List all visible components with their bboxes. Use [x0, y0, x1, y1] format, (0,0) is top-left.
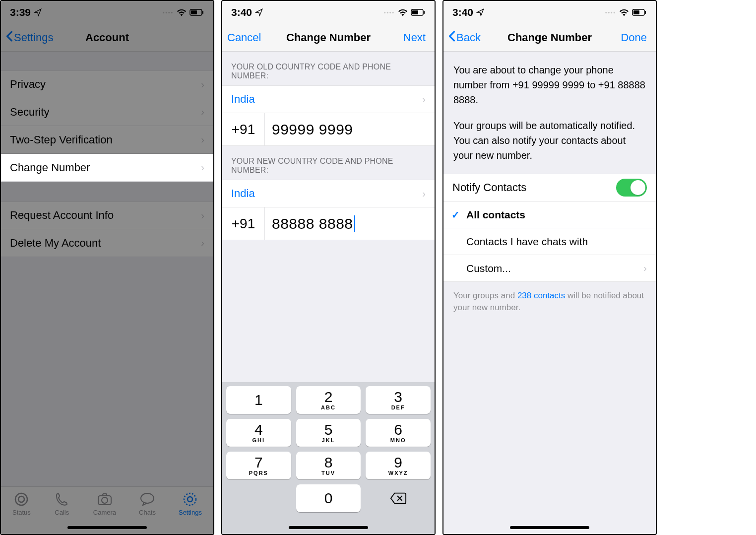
keypad-key-2[interactable]: 2ABC: [296, 386, 361, 414]
screen-account: 3:39 •••• Settings Account Privacy: [0, 0, 214, 535]
keypad-key-9[interactable]: 9WXYZ: [366, 452, 431, 479]
country-label: India: [231, 93, 255, 106]
old-section-header: YOUR OLD COUNTRY CODE AND PHONE NUMBER:: [222, 52, 435, 85]
wifi-icon: [619, 8, 629, 16]
option-custom[interactable]: Custom... ›: [443, 255, 656, 282]
battery-icon: [632, 9, 647, 16]
chevron-right-icon: ›: [201, 134, 204, 145]
status-bar: 3:40 ••••: [443, 1, 656, 24]
confirm-info: You are about to change your phone numbe…: [443, 52, 656, 174]
page-title: Account: [85, 31, 129, 44]
svg-rect-14: [633, 10, 639, 14]
keypad-key-6[interactable]: 6MNO: [366, 419, 431, 447]
chevron-right-icon: ›: [201, 162, 204, 173]
row-twostep[interactable]: Two-Step Verification ›: [1, 126, 213, 154]
svg-rect-15: [645, 11, 646, 14]
back-button[interactable]: Settings: [6, 24, 54, 51]
backspace-icon: [390, 492, 407, 505]
content-area: You are about to change your phone numbe…: [443, 52, 656, 534]
check-icon: ✓: [451, 209, 460, 221]
contacts-count-link[interactable]: 238 contacts: [517, 291, 565, 300]
wifi-icon: [398, 8, 408, 16]
row-label: Privacy: [10, 78, 46, 91]
tab-label: Camera: [93, 509, 116, 516]
tab-label: Chats: [139, 509, 156, 516]
svg-rect-1: [191, 10, 197, 14]
wifi-icon: [177, 8, 187, 16]
row-label: Request Account Info: [10, 209, 114, 222]
chevron-right-icon: ›: [422, 188, 426, 200]
back-button[interactable]: Back: [448, 24, 481, 51]
svg-rect-2: [202, 11, 203, 14]
new-country-row[interactable]: India ›: [222, 180, 435, 207]
tab-settings[interactable]: Settings: [179, 491, 202, 516]
row-delete-account[interactable]: Delete My Account ›: [1, 229, 213, 257]
notify-toggle[interactable]: [616, 179, 647, 197]
signal-dots: ••••: [163, 10, 174, 15]
keypad-key-7[interactable]: 7PQRS: [226, 452, 291, 479]
old-country-code-input[interactable]: +91: [222, 113, 265, 145]
keypad-key-0[interactable]: 0: [296, 484, 361, 512]
row-change-number[interactable]: Change Number ›: [1, 154, 213, 182]
keypad-blank: [226, 484, 291, 512]
new-number-input[interactable]: 88888 8888: [265, 215, 435, 232]
calls-icon: [54, 491, 70, 508]
battery-icon: [189, 9, 204, 16]
new-number-row: +91 88888 8888: [222, 207, 435, 240]
content-area: YOUR OLD COUNTRY CODE AND PHONE NUMBER: …: [222, 52, 435, 534]
chevron-right-icon: ›: [201, 210, 204, 221]
tab-calls[interactable]: Calls: [54, 491, 70, 516]
home-indicator[interactable]: [510, 526, 589, 529]
keypad-key-5[interactable]: 5JKL: [296, 419, 361, 447]
nav-bar: Cancel Change Number Next: [222, 24, 435, 52]
keypad-key-4[interactable]: 4GHI: [226, 419, 291, 447]
chevron-right-icon: ›: [422, 94, 426, 105]
row-label: Security: [10, 106, 49, 119]
status-time: 3:40: [231, 6, 252, 18]
option-label: All contacts: [466, 209, 525, 221]
tab-status[interactable]: Status: [12, 491, 31, 516]
info-paragraph: Your groups will be automatically notifi…: [453, 118, 646, 163]
content-area: Privacy › Security › Two-Step Verificati…: [1, 52, 213, 486]
tab-camera[interactable]: Camera: [93, 491, 116, 516]
home-indicator[interactable]: [289, 526, 368, 529]
row-request-info[interactable]: Request Account Info ›: [1, 201, 213, 229]
signal-dots: ••••: [605, 10, 616, 15]
new-country-code-input[interactable]: +91: [222, 207, 265, 240]
keypad-key-8[interactable]: 8TUV: [296, 452, 361, 479]
chevron-left-icon: [448, 31, 455, 45]
tab-chats[interactable]: Chats: [139, 491, 156, 516]
keypad-key-1[interactable]: 1: [226, 386, 291, 414]
done-button[interactable]: Done: [621, 24, 647, 51]
footer-note: Your groups and 238 contacts will be not…: [443, 282, 656, 322]
old-number-input[interactable]: 99999 9999: [265, 121, 435, 138]
row-label: Notify Contacts: [452, 181, 526, 194]
row-privacy[interactable]: Privacy ›: [1, 70, 213, 98]
option-chats[interactable]: Contacts I have chats with: [443, 228, 656, 255]
battery-icon: [411, 9, 426, 16]
notify-contacts-row[interactable]: Notify Contacts: [443, 174, 656, 201]
info-paragraph: You are about to change your phone numbe…: [453, 63, 646, 107]
home-indicator[interactable]: [67, 526, 147, 529]
option-all-contacts[interactable]: ✓ All contacts: [443, 201, 656, 228]
status-time: 3:40: [452, 6, 473, 18]
new-section-header: YOUR NEW COUNTRY CODE AND PHONE NUMBER:: [222, 146, 435, 180]
old-country-row[interactable]: India ›: [222, 85, 435, 113]
cancel-button[interactable]: Cancel: [227, 24, 261, 51]
next-button[interactable]: Next: [403, 24, 426, 51]
camera-icon: [96, 491, 113, 508]
keypad-key-backspace[interactable]: [366, 484, 431, 512]
keypad-key-3[interactable]: 3DEF: [366, 386, 431, 414]
chevron-right-icon: ›: [201, 237, 204, 249]
country-label: India: [231, 187, 255, 200]
text-cursor: [354, 215, 355, 232]
tab-label: Settings: [179, 509, 202, 516]
old-number-row: +91 99999 9999: [222, 113, 435, 146]
chevron-right-icon: ›: [201, 79, 204, 90]
chevron-right-icon: ›: [643, 263, 647, 274]
svg-rect-12: [424, 11, 425, 14]
svg-point-8: [188, 497, 192, 502]
option-label: Custom...: [466, 263, 511, 274]
row-security[interactable]: Security ›: [1, 98, 213, 126]
location-icon: [255, 8, 263, 16]
